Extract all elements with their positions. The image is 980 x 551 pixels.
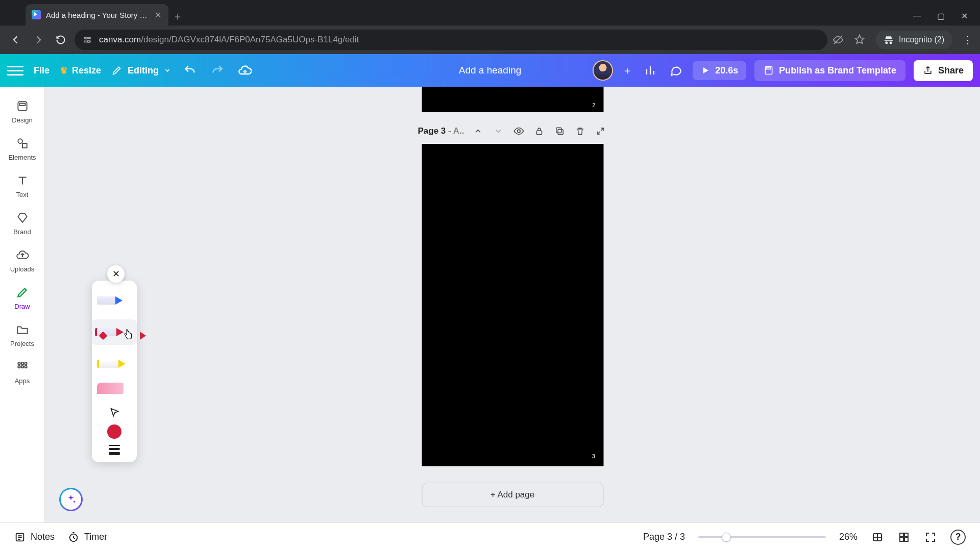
svg-point-13 bbox=[24, 362, 27, 364]
zoom-value[interactable]: 26% bbox=[839, 532, 857, 542]
page-number-label: 2 bbox=[592, 103, 595, 108]
user-avatar[interactable] bbox=[593, 60, 613, 81]
rail-text[interactable]: Text bbox=[4, 169, 41, 202]
page-up-button[interactable] bbox=[472, 124, 485, 138]
page-number-label: 3 bbox=[592, 453, 595, 459]
editor-footer: Notes Timer Page 3 / 3 26% ? bbox=[0, 522, 980, 551]
close-draw-panel-button[interactable]: ✕ bbox=[107, 265, 125, 283]
svg-rect-19 bbox=[558, 130, 563, 135]
comments-button[interactable] bbox=[667, 62, 684, 79]
window-minimize-icon[interactable]: ― bbox=[913, 11, 922, 20]
cloud-sync-icon[interactable] bbox=[236, 62, 254, 79]
share-button[interactable]: Share bbox=[914, 60, 973, 81]
page-3-canvas[interactable]: 3 bbox=[422, 144, 603, 466]
magic-button[interactable] bbox=[59, 488, 83, 511]
editing-mode-dropdown[interactable]: Editing bbox=[111, 65, 171, 76]
zoom-slider[interactable] bbox=[698, 536, 826, 538]
svg-rect-25 bbox=[904, 533, 908, 537]
canva-favicon bbox=[32, 10, 41, 19]
projects-icon bbox=[15, 322, 30, 337]
design-icon bbox=[15, 99, 30, 113]
delete-page-button[interactable] bbox=[574, 124, 587, 138]
resize-button[interactable]: ♛ Resize bbox=[60, 65, 101, 76]
file-menu[interactable]: File bbox=[34, 65, 50, 76]
svg-point-3 bbox=[87, 41, 89, 43]
main-menu-button[interactable] bbox=[7, 62, 23, 79]
duplicate-page-button[interactable] bbox=[553, 124, 567, 138]
add-collaborator-button[interactable]: ＋ bbox=[621, 64, 633, 77]
window-close-icon[interactable]: ✕ bbox=[960, 11, 969, 20]
svg-rect-26 bbox=[900, 538, 903, 541]
page-label[interactable]: Page 3 - A.. bbox=[418, 126, 464, 136]
svg-point-9 bbox=[18, 139, 22, 143]
stroke-color-swatch[interactable] bbox=[107, 424, 121, 439]
browser-tabstrip: Add a heading - Your Story - C ✕ ＋ ― ▢ ✕ bbox=[0, 0, 980, 26]
template-icon bbox=[764, 65, 774, 76]
svg-point-16 bbox=[24, 366, 27, 368]
new-tab-button[interactable]: ＋ bbox=[168, 7, 187, 26]
nav-back-button[interactable] bbox=[7, 31, 24, 48]
nav-forward-button[interactable] bbox=[30, 31, 47, 48]
redo-button[interactable] bbox=[209, 62, 226, 79]
rail-brand[interactable]: Brand bbox=[4, 207, 41, 239]
elements-icon bbox=[15, 136, 30, 151]
lock-page-button[interactable] bbox=[533, 124, 546, 138]
page-down-button[interactable] bbox=[492, 124, 505, 138]
analytics-button[interactable] bbox=[642, 62, 659, 79]
canva-toolbar: File ♛ Resize Editing Add a heading ＋ bbox=[0, 54, 980, 87]
svg-rect-10 bbox=[22, 143, 27, 148]
rail-design[interactable]: Design bbox=[4, 95, 41, 127]
grid-view-button[interactable] bbox=[871, 531, 884, 544]
svg-point-17 bbox=[518, 130, 521, 133]
present-button[interactable]: 20.6s bbox=[693, 61, 746, 80]
window-maximize-icon[interactable]: ▢ bbox=[936, 11, 945, 20]
draw-icon bbox=[15, 285, 30, 299]
tracking-icon[interactable] bbox=[832, 34, 844, 45]
rail-apps[interactable]: Apps bbox=[4, 356, 41, 388]
fullscreen-button[interactable] bbox=[924, 531, 937, 544]
svg-point-14 bbox=[18, 366, 20, 368]
crown-icon: ♛ bbox=[60, 65, 68, 76]
rail-uploads[interactable]: Uploads bbox=[4, 244, 41, 276]
play-icon bbox=[701, 66, 710, 75]
add-page-button[interactable]: + Add page bbox=[422, 483, 603, 507]
page-counter[interactable]: Page 3 / 3 bbox=[643, 532, 685, 542]
publish-brand-template-button[interactable]: Publish as Brand Template bbox=[754, 60, 905, 81]
document-title[interactable]: Add a heading bbox=[459, 65, 522, 76]
notes-button[interactable]: Notes bbox=[14, 532, 55, 543]
thumbnail-view-button[interactable] bbox=[897, 531, 911, 544]
select-cursor-tool[interactable] bbox=[109, 407, 120, 418]
undo-button[interactable] bbox=[181, 62, 199, 79]
browser-tab[interactable]: Add a heading - Your Story - C ✕ bbox=[26, 4, 168, 26]
canvas-area[interactable]: ✕ bbox=[45, 87, 980, 522]
site-settings-icon[interactable] bbox=[83, 35, 92, 44]
browser-address-bar: canva.com/design/DAGVxc874lA/F6P0An75AGa… bbox=[0, 26, 980, 54]
svg-rect-24 bbox=[900, 533, 903, 537]
draw-tool-panel bbox=[92, 281, 137, 462]
url-text: canva.com/design/DAGVxc874lA/F6P0An75AGa… bbox=[99, 35, 359, 45]
timer-icon bbox=[68, 532, 79, 543]
pencil-icon bbox=[111, 65, 122, 76]
nav-reload-button[interactable] bbox=[52, 31, 69, 48]
browser-menu-icon[interactable]: ⋮ bbox=[963, 34, 973, 46]
tab-title: Add a heading - Your Story - C bbox=[46, 11, 148, 19]
left-nav-rail: Design Elements Text Brand Uploads Draw bbox=[0, 87, 45, 522]
tab-close-icon[interactable]: ✕ bbox=[153, 10, 162, 19]
svg-rect-6 bbox=[767, 68, 771, 69]
bookmark-icon[interactable] bbox=[854, 34, 865, 45]
rail-draw[interactable]: Draw bbox=[4, 281, 41, 313]
hide-page-button[interactable] bbox=[512, 124, 526, 138]
rail-projects[interactable]: Projects bbox=[4, 318, 41, 350]
url-input[interactable]: canva.com/design/DAGVxc874lA/F6P0An75AGa… bbox=[75, 30, 827, 50]
rail-elements[interactable]: Elements bbox=[4, 132, 41, 164]
stroke-weight-button[interactable] bbox=[109, 445, 120, 455]
timer-button[interactable]: Timer bbox=[68, 532, 107, 543]
expand-page-button[interactable] bbox=[594, 124, 607, 138]
highlighter-tool-pink[interactable] bbox=[97, 383, 132, 401]
incognito-indicator[interactable]: Incognito (2) bbox=[875, 31, 952, 49]
pen-tool-yellow[interactable] bbox=[97, 351, 132, 377]
page-2-thumbnail[interactable]: 2 bbox=[422, 87, 603, 112]
pen-tool-blue[interactable] bbox=[97, 288, 132, 313]
mouse-cursor-icon bbox=[122, 329, 134, 341]
help-button[interactable]: ? bbox=[950, 530, 966, 545]
